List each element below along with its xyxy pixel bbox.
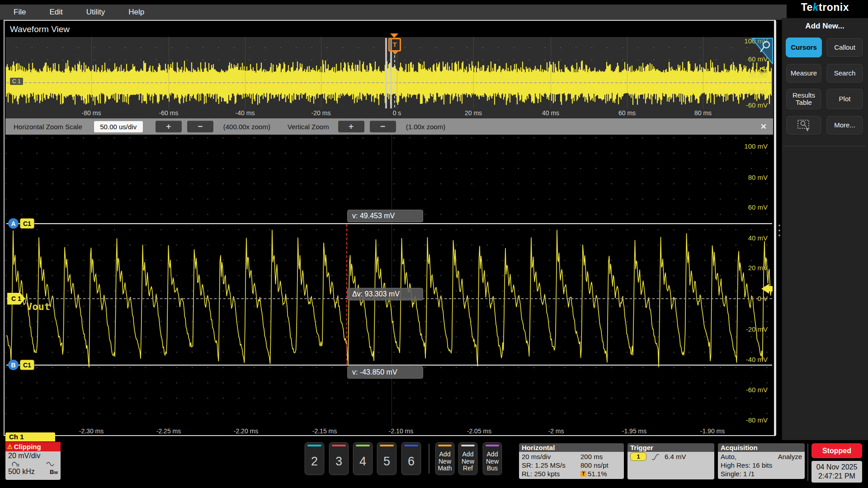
- vtick: 100 mV: [734, 142, 768, 150]
- vtick: 80 mV: [734, 174, 768, 181]
- time-tick: -2.20 ms: [234, 427, 258, 435]
- vtick: -80 mV: [734, 416, 768, 424]
- cursor-a-line[interactable]: [6, 223, 772, 224]
- add-new-bus-button[interactable]: AddNewBus: [482, 442, 502, 475]
- h-zoom-minus-button[interactable]: −: [187, 121, 213, 132]
- time-tick: -1.95 ms: [622, 427, 646, 435]
- overview-zoom-flag-icon[interactable]: [751, 38, 773, 64]
- acquisition-panel-title: Acquisition: [718, 443, 805, 452]
- gridline: [245, 37, 245, 108]
- bw-limit-icon: BW: [50, 469, 58, 475]
- h-zoom-scale-input[interactable]: 50.00 us/div: [94, 121, 143, 132]
- callout-button[interactable]: Callout: [826, 38, 863, 57]
- trigger-level-arrow-icon[interactable]: [761, 284, 769, 294]
- time-tick: 20 ms: [465, 109, 482, 117]
- h-sample-rate: SR: 1.25 MS/s: [522, 461, 566, 469]
- channel-4-button[interactable]: 4: [353, 442, 373, 475]
- ch1-badge-body[interactable]: 20 mV/div 500 kHz BW: [5, 451, 61, 480]
- overview-zero-line: [6, 82, 771, 83]
- cursor-a-badge[interactable]: A C1: [8, 218, 34, 229]
- results-table-button[interactable]: Results Table: [786, 88, 822, 110]
- measure-button[interactable]: Measure: [786, 63, 822, 83]
- gridline: [91, 37, 92, 108]
- trigger-source-chip: 1: [630, 452, 646, 461]
- channel-2-color-stripe: [307, 445, 321, 446]
- v-zoom-plus-button[interactable]: +: [338, 121, 364, 132]
- overview-vtick: -60 mV: [734, 101, 768, 109]
- h-resolution: 800 ns/pt: [580, 461, 621, 469]
- v-zoom-minus-button[interactable]: −: [370, 121, 396, 132]
- zoom-close-icon[interactable]: ✕: [760, 122, 767, 131]
- trigger-position-line: [394, 55, 395, 117]
- cursor-b-readout: v: -43.850 mV: [347, 366, 423, 379]
- time-tick: -60 ms: [159, 109, 179, 117]
- menu-edit[interactable]: Edit: [49, 8, 62, 17]
- trigger-position-triangle: [390, 33, 398, 38]
- sidebar-divider: [784, 146, 865, 146]
- cursor-a-channel-chip: C1: [20, 218, 34, 229]
- trigger-panel[interactable]: Trigger 1 6.4 mV: [627, 443, 714, 479]
- vtick: -20 mV: [734, 325, 768, 333]
- overview-channel-chip[interactable]: C 1: [10, 78, 23, 85]
- vtick: 40 mV: [734, 234, 768, 242]
- channel-6-button[interactable]: 6: [401, 442, 421, 475]
- area-zoom-icon: [797, 119, 811, 131]
- menu-help[interactable]: Help: [128, 8, 144, 17]
- cursor-b-channel-chip: C1: [20, 360, 34, 370]
- zoom-select-button[interactable]: [786, 115, 822, 135]
- gridline: [627, 37, 627, 108]
- cursor-b-circle: B: [8, 360, 19, 370]
- time-tick: -2.30 ms: [79, 427, 104, 435]
- cursor-b-badge[interactable]: B C1: [8, 360, 34, 370]
- h-scale: 20 ms/div: [522, 453, 551, 460]
- cursor-delta-readout: Δv: 93.303 mV: [347, 288, 423, 300]
- cursor-b-line[interactable]: [6, 365, 772, 366]
- trigger-position-flag[interactable]: T: [388, 38, 401, 52]
- horizontal-panel[interactable]: Horizontal 20 ms/div200 ms SR: 1.25 MS/s…: [519, 443, 624, 479]
- status-divider: [807, 444, 808, 481]
- date-time-display: 04 Nov 2025 2:47:21 PM: [811, 461, 862, 483]
- ch1-bandwidth: 500 kHz: [8, 468, 35, 476]
- zoom-window-left-edge[interactable]: [385, 38, 387, 108]
- time-tick: 80 ms: [694, 109, 712, 117]
- cursors-button[interactable]: Cursors: [786, 38, 822, 57]
- warning-icon: ⚠: [7, 443, 13, 450]
- h-window: 200 ms: [580, 453, 621, 460]
- add-new-ref-button[interactable]: AddNewRef: [458, 442, 478, 475]
- rising-edge-icon: [651, 453, 660, 460]
- trigger-level: 6.4 mV: [665, 453, 686, 460]
- overview-trigger-level-arrow-icon[interactable]: [758, 67, 768, 76]
- time-tick: -1.90 ms: [700, 427, 725, 435]
- acq-single: Single: 1 /1: [721, 470, 755, 478]
- ch1-badge-header[interactable]: Ch 1: [5, 432, 55, 441]
- time-tick: -2.10 ms: [389, 427, 413, 435]
- cursor-a-readout: v: 49.453 mV: [347, 210, 423, 222]
- trigger-level-arrow-tail: [769, 286, 773, 291]
- overview-vtick: -20 mV: [734, 88, 768, 95]
- panel-splitter[interactable]: [774, 21, 776, 435]
- acquisition-panel[interactable]: Acquisition Auto,Analyze High Res: 16 bi…: [718, 443, 805, 479]
- gridline: [169, 37, 169, 108]
- time: 2:47:21 PM: [818, 472, 855, 481]
- ch1-clipping-warning: ⚠ Clipping: [5, 442, 61, 451]
- vtick: -40 mV: [734, 356, 768, 363]
- plot-button[interactable]: Plot: [826, 88, 863, 110]
- menu-file[interactable]: File: [14, 8, 26, 17]
- button-divider: [429, 444, 429, 474]
- h-zoom-plus-button[interactable]: +: [156, 121, 182, 132]
- time-tick: -2.05 ms: [467, 427, 491, 435]
- add-new-math-button[interactable]: AddNewMath: [435, 442, 455, 475]
- vtick: 60 mV: [734, 203, 768, 211]
- menu-utility[interactable]: Utility: [86, 8, 105, 17]
- run-stop-status-button[interactable]: Stopped: [811, 443, 862, 458]
- more-button[interactable]: More...: [826, 115, 863, 135]
- search-button[interactable]: Search: [826, 63, 863, 83]
- channel-5-button[interactable]: 5: [377, 442, 397, 475]
- bus-color-stripe: [486, 445, 499, 446]
- splitter-dot: [778, 235, 780, 236]
- time-tick: 60 ms: [618, 109, 636, 117]
- channel-2-button[interactable]: 2: [304, 442, 325, 475]
- oscilloscope-screen: File Edit Utility Help Tektronix Wavefor…: [0, 0, 868, 488]
- channel-3-button[interactable]: 3: [329, 442, 349, 475]
- h-zoom-scale-label: Horizontal Zoom Scale: [14, 123, 82, 131]
